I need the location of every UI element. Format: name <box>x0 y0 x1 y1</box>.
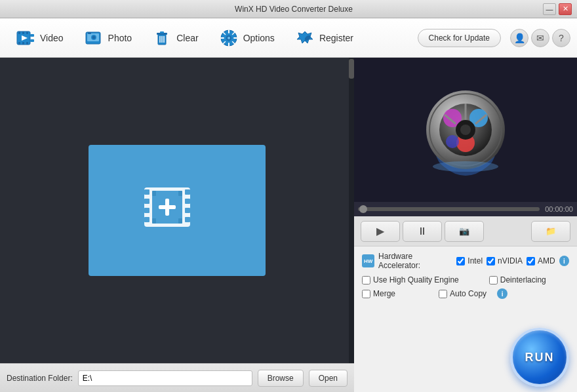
svg-rect-1 <box>18 31 20 34</box>
options-button[interactable]: Options <box>210 22 283 54</box>
close-button[interactable]: ✕ <box>559 3 572 15</box>
title-bar: WinX HD Video Converter Deluxe — ✕ <box>0 0 577 18</box>
svg-point-13 <box>92 35 95 39</box>
snapshot-icon: 📷 <box>459 226 469 236</box>
clear-label: Clear <box>176 33 198 43</box>
merge-row: Merge Auto Copy i <box>362 288 569 299</box>
intel-checkbox[interactable] <box>456 257 465 265</box>
preview-area <box>354 58 577 202</box>
svg-rect-36 <box>144 208 149 213</box>
seek-bar[interactable]: 00:00:00 <box>354 202 577 216</box>
hw-info-icon[interactable]: i <box>559 256 569 266</box>
merge-checkbox[interactable] <box>362 290 370 298</box>
window-controls[interactable]: — ✕ <box>543 3 572 15</box>
svg-rect-39 <box>185 199 190 204</box>
deinterlacing-checkbox[interactable] <box>489 276 498 284</box>
pause-button[interactable]: ⏸ <box>403 221 442 242</box>
left-panel: Destination Folder: Browse Open <box>0 58 354 392</box>
svg-rect-4 <box>18 42 20 45</box>
video-label: Video <box>40 33 64 43</box>
auto-copy-checkbox[interactable] <box>439 290 447 298</box>
seek-bar-track[interactable] <box>358 207 540 211</box>
auto-copy-label[interactable]: Auto Copy <box>450 289 487 298</box>
scroll-track[interactable] <box>349 58 354 363</box>
user-icon-button[interactable]: 👤 <box>510 29 528 47</box>
destination-label: Destination Folder: <box>7 374 73 383</box>
intel-label[interactable]: Intel <box>468 256 483 265</box>
svg-rect-9 <box>30 39 34 42</box>
options-icon <box>218 28 239 49</box>
svg-rect-48 <box>178 218 182 224</box>
svg-point-55 <box>446 135 459 148</box>
help-icon-button[interactable]: ? <box>552 29 570 47</box>
svg-rect-6 <box>26 42 28 45</box>
svg-rect-47 <box>152 218 156 224</box>
svg-point-57 <box>460 125 471 135</box>
video-icon <box>15 28 36 49</box>
svg-rect-41 <box>185 217 190 222</box>
video-button[interactable]: Video <box>7 22 72 54</box>
high-quality-checkbox[interactable] <box>362 276 370 284</box>
svg-rect-8 <box>30 34 34 37</box>
photo-button[interactable]: Photo <box>75 22 141 54</box>
toolbar: Video Photo Clear <box>0 18 577 58</box>
merge-option[interactable]: Merge <box>362 289 395 298</box>
quality-row: Use High Quality Engine Deinterlacing <box>362 275 569 284</box>
register-icon <box>294 28 315 49</box>
svg-rect-38 <box>185 189 190 195</box>
file-list-area <box>0 58 354 363</box>
amd-option[interactable]: AMD <box>527 256 555 265</box>
open-folder-button[interactable]: 📁 <box>531 221 570 242</box>
nvidia-option[interactable]: nVIDIA <box>487 256 523 265</box>
header-icons: 👤 ✉ ? <box>510 29 570 47</box>
svg-rect-5 <box>22 42 24 45</box>
email-icon-button[interactable]: ✉ <box>531 29 549 47</box>
high-quality-option[interactable]: Use High Quality Engine <box>362 275 459 284</box>
svg-rect-35 <box>144 199 149 204</box>
hw-accel-label: Hardware Accelerator: <box>378 252 452 270</box>
options-label: Options <box>243 33 275 43</box>
svg-rect-45 <box>152 191 156 196</box>
hw-icon: HW <box>362 254 374 267</box>
scroll-thumb[interactable] <box>349 59 354 79</box>
merge-label[interactable]: Merge <box>373 289 395 298</box>
nvidia-checkbox[interactable] <box>487 257 495 265</box>
photo-label: Photo <box>108 33 132 43</box>
hw-accelerator-row: HW Hardware Accelerator: Intel nVIDIA AM… <box>362 252 569 270</box>
open-button[interactable]: Open <box>309 370 348 387</box>
clear-button[interactable]: Clear <box>143 22 207 54</box>
browse-button[interactable]: Browse <box>258 370 304 387</box>
pause-icon: ⏸ <box>417 225 428 237</box>
high-quality-label[interactable]: Use High Quality Engine <box>373 275 459 284</box>
run-button[interactable]: RUN <box>510 328 569 387</box>
playback-controls: ▶ ⏸ 📷 📁 <box>354 216 577 246</box>
amd-checkbox[interactable] <box>527 257 535 265</box>
svg-rect-17 <box>160 31 164 33</box>
nvidia-label[interactable]: nVIDIA <box>498 256 523 265</box>
right-panel: 00:00:00 ▶ ⏸ 📷 📁 HW Hardware Accelerator… <box>354 58 577 392</box>
run-area: RUN <box>354 324 577 392</box>
seek-bar-thumb[interactable] <box>359 205 367 213</box>
svg-rect-46 <box>178 191 182 196</box>
photo-icon <box>83 28 104 49</box>
auto-copy-info-icon[interactable]: i <box>497 288 507 299</box>
app-title: WinX HD Video Converter Deluxe <box>45 5 543 14</box>
intel-option[interactable]: Intel <box>456 256 483 265</box>
svg-point-23 <box>228 37 230 39</box>
minimize-button[interactable]: — <box>543 3 556 15</box>
auto-copy-option[interactable]: Auto Copy <box>439 289 487 298</box>
amd-label[interactable]: AMD <box>538 256 555 265</box>
svg-rect-44 <box>159 205 176 209</box>
add-video-button[interactable] <box>89 145 266 276</box>
deinterlacing-option[interactable]: Deinterlacing <box>489 275 546 284</box>
deinterlacing-label[interactable]: Deinterlacing <box>500 275 546 284</box>
svg-rect-2 <box>22 31 24 34</box>
play-button[interactable]: ▶ <box>361 221 400 242</box>
clear-icon <box>151 28 172 49</box>
register-button[interactable]: Register <box>286 22 362 54</box>
svg-rect-37 <box>144 217 149 222</box>
snapshot-button[interactable]: 📷 <box>445 221 484 242</box>
check-update-button[interactable]: Check for Update <box>418 29 501 47</box>
destination-input[interactable] <box>78 370 252 386</box>
time-display: 00:00:00 <box>545 205 573 213</box>
